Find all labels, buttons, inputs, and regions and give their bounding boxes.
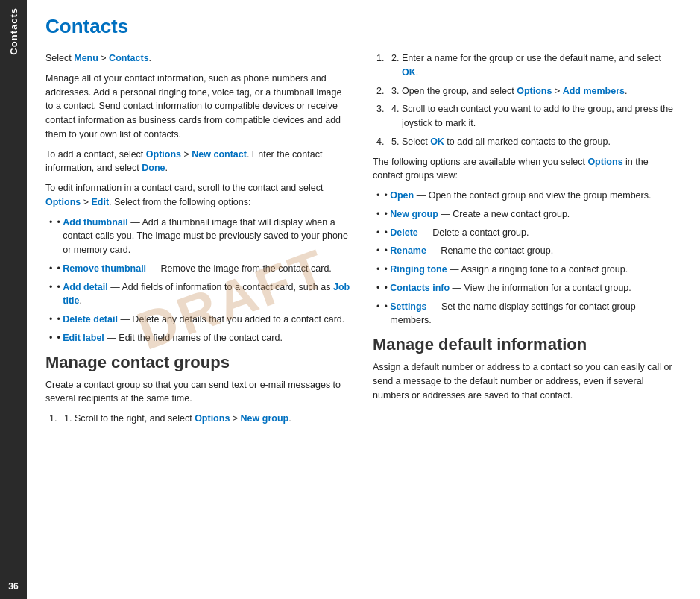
options-link-2[interactable]: Options: [45, 197, 81, 207]
right-steps: 2. Enter a name for the group or use the…: [373, 51, 678, 149]
add-thumbnail-link[interactable]: Add thumbnail: [63, 217, 128, 228]
manage-groups-title: Manage contact groups: [45, 353, 350, 372]
manage-groups-intro: Create a contact group so that you can s…: [45, 378, 350, 407]
options-link-1[interactable]: Options: [146, 149, 181, 160]
options-link-4[interactable]: Options: [517, 86, 552, 96]
list-item: 5. Select OK to add all marked contacts …: [376, 135, 678, 149]
rename-link[interactable]: Rename: [390, 245, 426, 256]
add-detail-link[interactable]: Add detail: [63, 282, 107, 292]
list-item: • Settings — Set the name display settin…: [376, 300, 678, 328]
new-contact-link[interactable]: New contact: [192, 149, 247, 160]
sidebar: Contacts 36: [0, 0, 27, 599]
manage-default-title: Manage default information: [373, 335, 678, 354]
intro-para-3: To add a contact, select Options > New c…: [45, 148, 350, 176]
ok-link-2[interactable]: OK: [430, 137, 444, 147]
sidebar-label: Contacts: [8, 7, 19, 55]
intro-para-2: Manage all of your contact information, …: [45, 72, 350, 142]
list-item: • Delete — Delete a contact group.: [376, 226, 678, 240]
list-item: • Open — Open the contact group and view…: [376, 189, 678, 203]
list-item: 4. Scroll to each contact you want to ad…: [376, 102, 678, 131]
list-item: • New group — Create a new contact group…: [376, 207, 678, 222]
add-members-link[interactable]: Add members: [563, 86, 625, 96]
edit-link[interactable]: Edit: [91, 197, 109, 207]
list-item: • Contacts info — View the information f…: [376, 281, 678, 295]
right-column: 2. Enter a name for the group or use the…: [373, 51, 678, 584]
delete-link[interactable]: Delete: [390, 228, 418, 238]
intro-para-1: Select Menu > Contacts.: [45, 51, 350, 66]
done-link[interactable]: Done: [142, 163, 165, 173]
page-title: Contacts: [45, 15, 678, 38]
list-item: 3. Open the group, and select Options > …: [376, 84, 678, 98]
list-item: • Add thumbnail — Add a thumbnail image …: [49, 216, 350, 257]
settings-link[interactable]: Settings: [390, 301, 426, 312]
list-item: • Ringing tone — Assign a ringing tone t…: [376, 263, 678, 277]
list-item: 2. Enter a name for the group or use the…: [376, 51, 678, 80]
edit-label-link[interactable]: Edit label: [63, 333, 104, 343]
options-link-5[interactable]: Options: [587, 157, 622, 167]
list-item: 1. Scroll to the right, and select Optio…: [49, 412, 350, 426]
intro-para-4: To edit information in a contact card, s…: [45, 181, 350, 210]
group-options-list: • Open — Open the contact group and view…: [373, 189, 678, 327]
delete-detail-link[interactable]: Delete detail: [63, 314, 118, 324]
manage-default-text: Assign a default number or address to a …: [373, 360, 678, 402]
options-link-3[interactable]: Options: [195, 413, 230, 424]
menu-link[interactable]: Menu: [74, 53, 98, 63]
left-column: Select Menu > Contacts. Manage all of yo…: [45, 51, 350, 584]
open-link[interactable]: Open: [390, 190, 414, 201]
list-item: • Delete detail — Delete any details tha…: [49, 313, 350, 327]
options-bullet-list: • Add thumbnail — Add a thumbnail image …: [45, 216, 350, 345]
main-content: Contacts Select Menu > Contacts. Manage …: [27, 0, 700, 599]
new-group-link-step1[interactable]: New group: [241, 413, 289, 424]
list-item: • Add detail — Add fields of information…: [49, 280, 350, 309]
ok-link-1[interactable]: OK: [402, 67, 416, 78]
list-item: • Edit label — Edit the field names of t…: [49, 331, 350, 345]
ringing-tone-link[interactable]: Ringing tone: [390, 264, 447, 275]
contacts-link[interactable]: Contacts: [109, 53, 148, 63]
list-item: • Remove thumbnail — Remove the image fr…: [49, 262, 350, 276]
list-item: • Rename — Rename the contact group.: [376, 244, 678, 258]
options-intro-text: The following options are available when…: [373, 155, 678, 184]
contacts-info-link[interactable]: Contacts info: [390, 283, 450, 293]
columns-layout: Select Menu > Contacts. Manage all of yo…: [45, 51, 678, 584]
remove-thumbnail-link[interactable]: Remove thumbnail: [63, 263, 146, 274]
page-number: 36: [8, 581, 18, 592]
new-group-link[interactable]: New group: [390, 209, 438, 219]
manage-groups-steps: 1. Scroll to the right, and select Optio…: [45, 412, 350, 426]
